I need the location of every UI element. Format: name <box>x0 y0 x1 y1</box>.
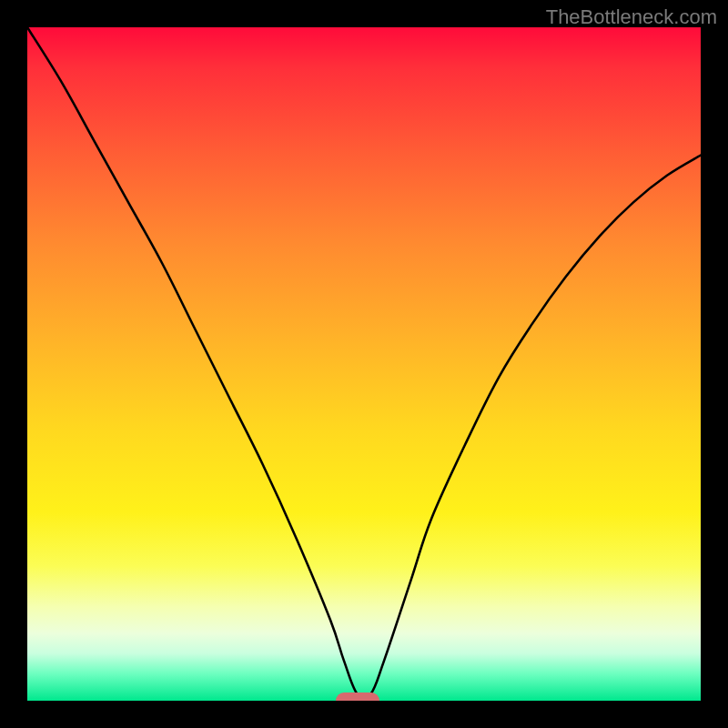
watermark-text: TheBottleneck.com <box>546 5 717 29</box>
optimal-marker <box>336 693 379 701</box>
plot-area <box>27 27 701 701</box>
bottleneck-curve <box>27 27 701 699</box>
chart-svg <box>27 27 701 701</box>
